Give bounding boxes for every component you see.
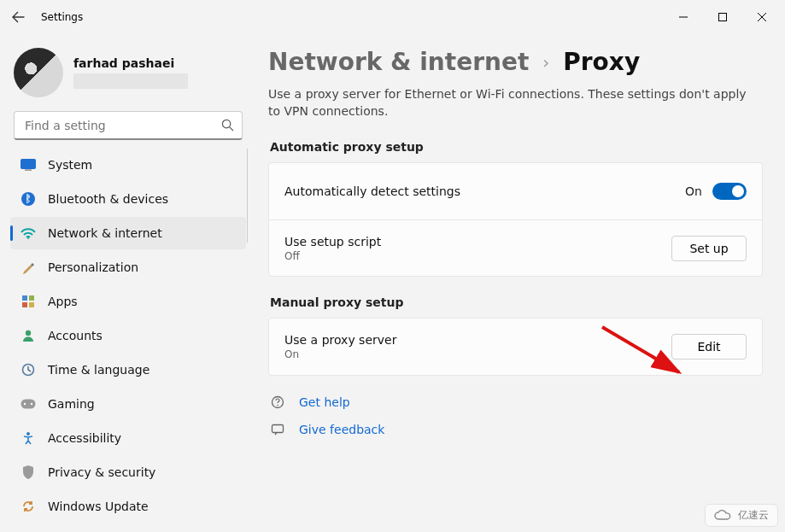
auto-detect-toggle[interactable] xyxy=(712,183,747,200)
maximize-button[interactable] xyxy=(703,3,742,31)
breadcrumb: Network & internet › Proxy xyxy=(268,48,763,76)
watermark: 亿速云 xyxy=(705,504,778,527)
svg-point-1 xyxy=(222,120,230,127)
search-box xyxy=(14,111,243,140)
svg-rect-9 xyxy=(29,302,34,307)
svg-point-4 xyxy=(21,192,35,206)
svg-point-13 xyxy=(24,403,26,405)
avatar xyxy=(14,48,63,97)
sidebar-item-label: Personalization xyxy=(48,260,138,274)
accessibility-icon xyxy=(21,430,36,446)
get-help-link[interactable]: Get help xyxy=(299,395,350,409)
sidebar-item-label: Privacy & security xyxy=(48,465,155,479)
sidebar-item-label: Network & internet xyxy=(48,226,162,240)
svg-rect-0 xyxy=(719,14,727,21)
privacy-icon xyxy=(21,465,36,480)
system-icon xyxy=(21,157,36,172)
svg-rect-7 xyxy=(29,295,34,301)
proxy-edit-button[interactable]: Edit xyxy=(671,334,747,360)
section-title-manual: Manual proxy setup xyxy=(270,295,763,309)
svg-rect-12 xyxy=(21,400,36,409)
sidebar-item-label: Apps xyxy=(48,295,78,308)
update-icon xyxy=(21,499,36,514)
sidebar-item-time[interactable]: Time & language xyxy=(10,354,246,386)
sidebar-item-network[interactable]: Network & internet xyxy=(10,217,246,249)
help-icon xyxy=(270,395,285,410)
svg-point-15 xyxy=(26,432,30,436)
sidebar-item-update[interactable]: Windows Update xyxy=(10,490,246,523)
get-help-row: Get help xyxy=(270,395,763,410)
sidebar-item-label: Time & language xyxy=(48,363,149,377)
feedback-row: Give feedback xyxy=(270,422,763,437)
back-arrow-icon xyxy=(12,10,26,24)
sidebar: farhad pashaei System Bluetooth & device… xyxy=(0,34,256,532)
proxy-server-state: On xyxy=(284,348,671,360)
search-icon xyxy=(221,119,234,135)
search-input[interactable] xyxy=(14,111,243,140)
sidebar-item-personalization[interactable]: Personalization xyxy=(10,251,246,284)
sidebar-item-label: Windows Update xyxy=(48,500,149,513)
minimize-button[interactable] xyxy=(664,3,703,31)
user-account[interactable]: farhad pashaei xyxy=(14,48,243,97)
time-icon xyxy=(21,362,36,377)
auto-detect-state: On xyxy=(685,184,702,198)
personalization-icon xyxy=(21,260,36,275)
section-title-auto: Automatic proxy setup xyxy=(270,140,763,154)
user-email-placeholder xyxy=(73,73,188,89)
svg-rect-8 xyxy=(22,302,27,307)
sidebar-item-apps[interactable]: Apps xyxy=(10,285,246,318)
svg-rect-18 xyxy=(272,425,284,433)
auto-detect-row: Automatically detect settings On xyxy=(269,163,762,219)
bluetooth-icon xyxy=(21,191,36,207)
setup-script-row: Use setup script Off Set up xyxy=(269,219,762,276)
back-button[interactable] xyxy=(3,2,34,32)
sidebar-item-label: Bluetooth & devices xyxy=(48,192,168,206)
svg-rect-6 xyxy=(22,295,27,301)
proxy-server-label: Use a proxy server xyxy=(284,333,671,347)
proxy-server-row: Use a proxy server On Edit xyxy=(269,319,762,375)
chevron-right-icon: › xyxy=(542,52,549,73)
svg-point-5 xyxy=(27,237,29,239)
give-feedback-link[interactable]: Give feedback xyxy=(299,423,384,436)
svg-point-10 xyxy=(26,330,31,336)
network-icon xyxy=(21,225,36,241)
page-description: Use a proxy server for Ethernet or Wi-Fi… xyxy=(268,86,747,120)
accounts-icon xyxy=(21,328,36,343)
setup-script-label: Use setup script xyxy=(284,235,671,248)
sidebar-item-bluetooth[interactable]: Bluetooth & devices xyxy=(10,183,246,215)
sidebar-item-accounts[interactable]: Accounts xyxy=(10,319,246,352)
svg-point-14 xyxy=(31,403,32,405)
apps-icon xyxy=(21,294,36,309)
sidebar-item-label: Accessibility xyxy=(48,431,121,445)
sidebar-item-gaming[interactable]: Gaming xyxy=(10,388,246,420)
auto-proxy-group: Automatically detect settings On Use set… xyxy=(268,162,763,277)
svg-rect-2 xyxy=(21,160,36,169)
titlebar: Settings xyxy=(0,0,785,34)
sidebar-item-label: System xyxy=(48,158,92,172)
setup-script-button[interactable]: Set up xyxy=(671,236,747,261)
breadcrumb-current: Proxy xyxy=(563,48,640,76)
window-title: Settings xyxy=(41,11,83,23)
svg-rect-3 xyxy=(25,170,32,171)
close-button[interactable] xyxy=(742,3,782,31)
sidebar-item-system[interactable]: System xyxy=(10,149,246,181)
setup-script-state: Off xyxy=(284,250,671,262)
user-name: farhad pashaei xyxy=(73,56,188,70)
gaming-icon xyxy=(21,396,36,412)
sidebar-item-label: Accounts xyxy=(48,329,103,342)
auto-detect-label: Automatically detect settings xyxy=(284,184,685,198)
sidebar-item-privacy[interactable]: Privacy & security xyxy=(10,456,246,488)
nav-list: System Bluetooth & devices Network & int… xyxy=(10,149,246,523)
svg-point-17 xyxy=(277,405,278,406)
feedback-icon xyxy=(270,422,285,437)
sidebar-item-label: Gaming xyxy=(48,397,95,411)
manual-proxy-group: Use a proxy server On Edit xyxy=(268,318,763,376)
sidebar-item-accessibility[interactable]: Accessibility xyxy=(10,422,246,454)
breadcrumb-parent[interactable]: Network & internet xyxy=(268,48,529,76)
main-content: Network & internet › Proxy Use a proxy s… xyxy=(256,34,785,532)
